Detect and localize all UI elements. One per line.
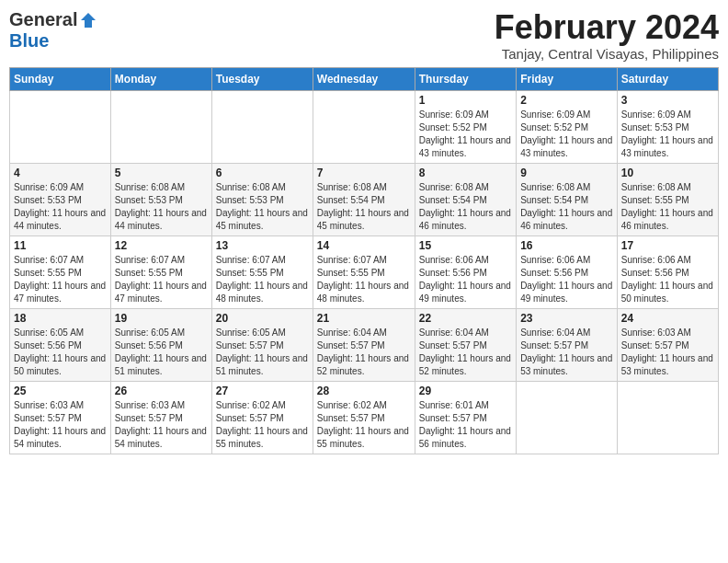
day-number: 2 (520, 94, 613, 107)
calendar-cell: 10Sunrise: 6:08 AMSunset: 5:55 PMDayligh… (617, 163, 718, 236)
calendar-week-row: 1Sunrise: 6:09 AMSunset: 5:52 PMDaylight… (10, 90, 719, 163)
calendar-cell: 14Sunrise: 6:07 AMSunset: 5:55 PMDayligh… (313, 236, 415, 308)
calendar-cell: 13Sunrise: 6:07 AMSunset: 5:55 PMDayligh… (211, 236, 313, 308)
calendar-cell (617, 381, 718, 454)
day-number: 27 (216, 385, 309, 397)
day-number: 3 (621, 94, 714, 107)
day-number: 14 (317, 239, 411, 252)
location-title: Tanjay, Central Visayas, Philippines (495, 46, 719, 62)
svg-marker-0 (81, 13, 96, 28)
calendar-cell: 27Sunrise: 6:02 AMSunset: 5:57 PMDayligh… (211, 381, 313, 454)
calendar-cell: 20Sunrise: 6:05 AMSunset: 5:57 PMDayligh… (211, 308, 313, 381)
calendar-cell (10, 90, 111, 163)
calendar-table: SundayMondayTuesdayWednesdayThursdayFrid… (9, 67, 719, 454)
calendar-cell: 23Sunrise: 6:04 AMSunset: 5:57 PMDayligh… (517, 308, 618, 381)
logo: General Blue (9, 9, 97, 52)
day-info: Sunrise: 6:03 AMSunset: 5:57 PMDaylight:… (621, 327, 714, 378)
day-info: Sunrise: 6:05 AMSunset: 5:57 PMDaylight:… (216, 327, 309, 378)
day-number: 4 (14, 167, 107, 179)
calendar-cell: 22Sunrise: 6:04 AMSunset: 5:57 PMDayligh… (415, 308, 516, 381)
calendar-cell: 9Sunrise: 6:08 AMSunset: 5:54 PMDaylight… (517, 163, 618, 236)
day-info: Sunrise: 6:08 AMSunset: 5:54 PMDaylight:… (419, 181, 512, 233)
calendar-cell: 15Sunrise: 6:06 AMSunset: 5:56 PMDayligh… (415, 236, 516, 308)
calendar-header-friday: Friday (517, 67, 618, 90)
day-info: Sunrise: 6:08 AMSunset: 5:53 PMDaylight:… (216, 181, 309, 233)
day-info: Sunrise: 6:01 AMSunset: 5:57 PMDaylight:… (419, 399, 512, 451)
logo-general-text: General (9, 9, 77, 30)
calendar-cell: 1Sunrise: 6:09 AMSunset: 5:52 PMDaylight… (415, 90, 516, 163)
calendar-header-thursday: Thursday (415, 67, 516, 90)
day-info: Sunrise: 6:07 AMSunset: 5:55 PMDaylight:… (115, 254, 208, 305)
day-info: Sunrise: 6:05 AMSunset: 5:56 PMDaylight:… (115, 327, 208, 378)
calendar-cell (313, 90, 415, 163)
day-info: Sunrise: 6:08 AMSunset: 5:54 PMDaylight:… (317, 181, 411, 233)
calendar-cell: 24Sunrise: 6:03 AMSunset: 5:57 PMDayligh… (617, 308, 718, 381)
logo-icon (79, 11, 97, 29)
calendar-cell (517, 381, 618, 454)
calendar-cell: 2Sunrise: 6:09 AMSunset: 5:52 PMDaylight… (517, 90, 618, 163)
day-number: 8 (419, 167, 512, 179)
calendar-cell: 11Sunrise: 6:07 AMSunset: 5:55 PMDayligh… (10, 236, 111, 308)
day-number: 11 (14, 239, 107, 252)
calendar-cell: 28Sunrise: 6:02 AMSunset: 5:57 PMDayligh… (313, 381, 415, 454)
day-number: 12 (115, 239, 208, 252)
calendar-cell: 12Sunrise: 6:07 AMSunset: 5:55 PMDayligh… (110, 236, 211, 308)
calendar-week-row: 4Sunrise: 6:09 AMSunset: 5:53 PMDaylight… (10, 163, 719, 236)
month-title: February 2024 (495, 9, 719, 46)
day-info: Sunrise: 6:08 AMSunset: 5:54 PMDaylight:… (520, 181, 613, 233)
calendar-cell: 8Sunrise: 6:08 AMSunset: 5:54 PMDaylight… (415, 163, 516, 236)
day-number: 28 (317, 385, 411, 397)
calendar-header-row: SundayMondayTuesdayWednesdayThursdayFrid… (10, 67, 719, 90)
day-info: Sunrise: 6:07 AMSunset: 5:55 PMDaylight:… (317, 254, 411, 305)
day-info: Sunrise: 6:02 AMSunset: 5:57 PMDaylight:… (317, 399, 411, 451)
day-number: 13 (216, 239, 309, 252)
calendar-week-row: 25Sunrise: 6:03 AMSunset: 5:57 PMDayligh… (10, 381, 719, 454)
calendar-cell: 26Sunrise: 6:03 AMSunset: 5:57 PMDayligh… (110, 381, 211, 454)
day-number: 7 (317, 167, 411, 179)
day-number: 18 (14, 312, 107, 325)
calendar-header-saturday: Saturday (617, 67, 718, 90)
day-number: 26 (115, 385, 208, 397)
day-info: Sunrise: 6:09 AMSunset: 5:53 PMDaylight:… (621, 109, 714, 160)
calendar-header-tuesday: Tuesday (211, 67, 313, 90)
calendar-cell: 7Sunrise: 6:08 AMSunset: 5:54 PMDaylight… (313, 163, 415, 236)
day-info: Sunrise: 6:04 AMSunset: 5:57 PMDaylight:… (419, 327, 512, 378)
day-info: Sunrise: 6:09 AMSunset: 5:53 PMDaylight:… (14, 181, 107, 233)
day-info: Sunrise: 6:06 AMSunset: 5:56 PMDaylight:… (621, 254, 714, 305)
calendar-cell: 17Sunrise: 6:06 AMSunset: 5:56 PMDayligh… (617, 236, 718, 308)
calendar-cell: 19Sunrise: 6:05 AMSunset: 5:56 PMDayligh… (110, 308, 211, 381)
day-info: Sunrise: 6:09 AMSunset: 5:52 PMDaylight:… (520, 109, 613, 160)
day-info: Sunrise: 6:06 AMSunset: 5:56 PMDaylight:… (520, 254, 613, 305)
day-number: 23 (520, 312, 613, 325)
day-info: Sunrise: 6:07 AMSunset: 5:55 PMDaylight:… (14, 254, 107, 305)
day-number: 5 (115, 167, 208, 179)
day-info: Sunrise: 6:03 AMSunset: 5:57 PMDaylight:… (115, 399, 208, 451)
calendar-cell (211, 90, 313, 163)
day-info: Sunrise: 6:07 AMSunset: 5:55 PMDaylight:… (216, 254, 309, 305)
calendar-cell (110, 90, 211, 163)
day-info: Sunrise: 6:04 AMSunset: 5:57 PMDaylight:… (520, 327, 613, 378)
day-number: 24 (621, 312, 714, 325)
calendar-week-row: 11Sunrise: 6:07 AMSunset: 5:55 PMDayligh… (10, 236, 719, 308)
day-number: 29 (419, 385, 512, 397)
day-info: Sunrise: 6:09 AMSunset: 5:52 PMDaylight:… (419, 109, 512, 160)
page-header: General Blue February 2024 Tanjay, Centr… (9, 9, 719, 62)
day-info: Sunrise: 6:02 AMSunset: 5:57 PMDaylight:… (216, 399, 309, 451)
day-info: Sunrise: 6:03 AMSunset: 5:57 PMDaylight:… (14, 399, 107, 451)
day-number: 22 (419, 312, 512, 325)
day-number: 6 (216, 167, 309, 179)
calendar-cell: 6Sunrise: 6:08 AMSunset: 5:53 PMDaylight… (211, 163, 313, 236)
title-area: February 2024 Tanjay, Central Visayas, P… (495, 9, 719, 62)
day-number: 9 (520, 167, 613, 179)
day-number: 21 (317, 312, 411, 325)
day-number: 1 (419, 94, 512, 107)
calendar-cell: 5Sunrise: 6:08 AMSunset: 5:53 PMDaylight… (110, 163, 211, 236)
day-number: 19 (115, 312, 208, 325)
day-info: Sunrise: 6:06 AMSunset: 5:56 PMDaylight:… (419, 254, 512, 305)
calendar-header-wednesday: Wednesday (313, 67, 415, 90)
day-number: 16 (520, 239, 613, 252)
logo-blue-text: Blue (9, 30, 49, 51)
calendar-cell: 18Sunrise: 6:05 AMSunset: 5:56 PMDayligh… (10, 308, 111, 381)
calendar-header-monday: Monday (110, 67, 211, 90)
day-number: 15 (419, 239, 512, 252)
